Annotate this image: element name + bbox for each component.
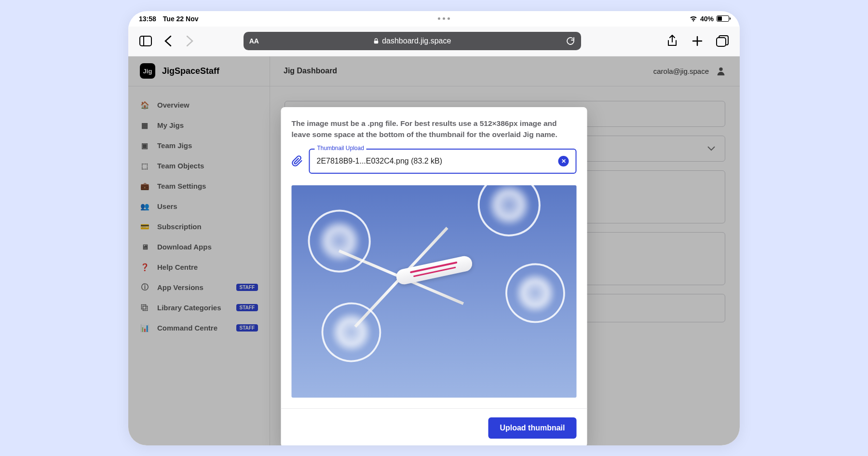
field-label: Thumbnail Upload bbox=[315, 145, 366, 152]
svg-rect-3 bbox=[717, 38, 726, 46]
thumbnail-preview bbox=[292, 185, 577, 398]
share-icon[interactable] bbox=[665, 34, 679, 48]
battery-icon bbox=[717, 15, 729, 22]
svg-rect-0 bbox=[140, 36, 151, 46]
browser-toolbar: AA dashboard.jig.space bbox=[128, 27, 740, 56]
drone-image bbox=[313, 185, 556, 364]
sidebar-toggle-icon[interactable] bbox=[139, 34, 152, 48]
clear-file-button[interactable]: ✕ bbox=[558, 156, 569, 166]
ipad-frame: 13:58 Tue 22 Nov 40% AA dashboard bbox=[128, 11, 740, 445]
status-date: Tue 22 Nov bbox=[163, 15, 199, 23]
back-button[interactable] bbox=[161, 34, 175, 48]
attachment-icon bbox=[292, 155, 303, 167]
forward-button bbox=[183, 34, 197, 48]
multitask-dots-icon[interactable] bbox=[438, 17, 450, 20]
modal-help-text: The image must be a .png file. For best … bbox=[292, 118, 577, 140]
refresh-icon[interactable] bbox=[566, 36, 575, 46]
text-size-icon[interactable]: AA bbox=[249, 37, 259, 45]
upload-thumbnail-modal: The image must be a .png file. For best … bbox=[281, 107, 587, 445]
new-tab-icon[interactable] bbox=[691, 34, 704, 48]
status-bar: 13:58 Tue 22 Nov 40% bbox=[128, 11, 740, 27]
battery-percent: 40% bbox=[700, 15, 714, 23]
thumbnail-upload-field[interactable]: Thumbnail Upload 2E7818B9-1...E032C4.png… bbox=[309, 149, 577, 174]
upload-thumbnail-button[interactable]: Upload thumbnail bbox=[488, 417, 576, 439]
file-name: 2E7818B9-1...E032C4.png (83.2 kB) bbox=[317, 157, 558, 166]
wifi-icon bbox=[690, 16, 697, 22]
status-time: 13:58 bbox=[139, 15, 156, 23]
url-text: dashboard.jig.space bbox=[382, 37, 451, 45]
svg-rect-2 bbox=[374, 41, 379, 43]
tabs-icon[interactable] bbox=[716, 34, 729, 48]
lock-icon bbox=[373, 38, 379, 44]
url-bar[interactable]: AA dashboard.jig.space bbox=[244, 32, 581, 50]
